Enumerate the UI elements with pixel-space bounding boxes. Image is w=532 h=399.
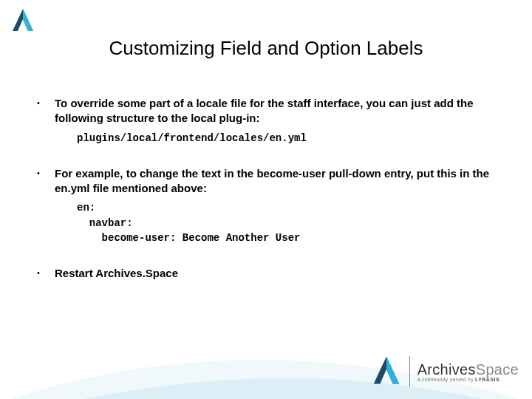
bullet-marker: •: [37, 96, 55, 146]
brand-name: ArchivesSpace: [417, 361, 519, 378]
bullet-item: • For example, to change the text in the…: [37, 166, 495, 245]
bullet-item: • To override some part of a locale file…: [37, 96, 495, 146]
bullet-body: For example, to change the text in the b…: [55, 166, 495, 245]
footer: ArchivesSpace a community served by LYRA…: [371, 355, 519, 389]
slide-content: • To override some part of a locale file…: [37, 96, 495, 301]
tagline-prefix: a community served by: [417, 377, 475, 382]
archivesspace-footer-logo-icon: [371, 355, 402, 389]
slide: Customizing Field and Option Labels • To…: [0, 0, 532, 399]
footer-wordmark: ArchivesSpace a community served by LYRA…: [417, 361, 519, 382]
code-block: plugins/local/frontend/locales/en.yml: [77, 131, 495, 146]
bullet-text: For example, to change the text in the b…: [55, 167, 489, 194]
tagline-brand: LYRASIS: [475, 377, 499, 382]
slide-title: Customizing Field and Option Labels: [0, 37, 532, 60]
brand-primary: Archives: [417, 361, 476, 378]
bullet-marker: •: [37, 266, 55, 281]
bullet-body: To override some part of a locale file f…: [55, 96, 495, 146]
code-block: en: navbar: become-user: Become Another …: [77, 200, 495, 245]
bullet-text: Restart Archives.Space: [55, 267, 178, 279]
brand-secondary: Space: [476, 361, 519, 378]
archivesspace-logo-icon: [10, 7, 35, 35]
bullet-marker: •: [37, 166, 55, 245]
bullet-body: Restart Archives.Space: [55, 266, 495, 281]
bullet-item: • Restart Archives.Space: [37, 266, 495, 281]
footer-divider: [409, 356, 410, 387]
bullet-text: To override some part of a locale file f…: [55, 97, 474, 124]
